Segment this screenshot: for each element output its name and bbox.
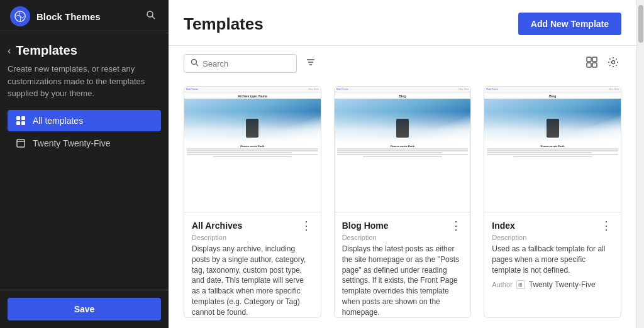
nav-item-twenty-twenty-five[interactable]: Twenty Twenty-Five [8,133,161,154]
scrollbar-thumb[interactable] [638,5,643,43]
theme-icon [15,138,26,149]
add-new-template-button[interactable]: Add New Template [518,13,621,35]
template-preview-index: Block Themes Edit ▸ Block Blog Heaven me… [484,87,621,212]
svg-rect-15 [592,57,597,62]
svg-rect-3 [16,116,20,120]
svg-rect-14 [587,57,591,62]
template-card-blog-home[interactable]: Block Themes Edit ▸ Block Blog Heaven me… [334,86,472,318]
theme-icon-index: ⊞ [516,280,525,289]
template-info-all-archives: All Archives ⋮ Description Displays any … [184,212,321,318]
toolbar [169,46,636,81]
page-title: Templates [184,14,264,34]
template-name-all-archives: All Archives [192,221,242,231]
sidebar-section-title: Templates [16,43,77,58]
nav-item-all-templates-label: All templates [33,116,83,126]
main-header: Templates Add New Template [169,0,636,46]
template-desc-blog-home: Displays the latest posts as either the … [342,244,464,318]
template-desc-label-all-archives: Description [192,234,313,241]
svg-rect-16 [587,63,591,67]
wordpress-icon [14,11,26,22]
template-info-index: Index ⋮ Description Used as a fallback t… [484,212,621,297]
search-input[interactable] [203,59,290,68]
svg-rect-7 [17,139,25,147]
svg-line-10 [196,64,199,67]
toolbar-right [584,54,621,74]
template-more-button-all-archives[interactable]: ⋮ [299,220,313,231]
main-content: Templates Add New Template [169,0,636,328]
app-logo [10,6,30,26]
template-preview-blog-home: Block Themes Edit ▸ Block Blog Heaven me… [335,87,471,212]
templates-grid: Block Themes Edit ▸ Block Archive type: … [169,81,636,328]
save-button[interactable]: Save [8,298,161,320]
template-desc-index: Used as a fallback template for all page… [492,244,613,275]
scrollbar[interactable] [636,0,644,328]
sidebar-footer: Save [0,290,169,328]
grid-icon [15,115,26,126]
svg-point-1 [147,11,153,17]
svg-line-2 [152,16,155,19]
sidebar: Block Themes ‹ Templates Create new temp… [0,0,169,328]
svg-rect-6 [21,121,25,125]
author-name-index: Twenty Twenty-Five [529,280,596,289]
svg-rect-17 [592,63,597,67]
template-info-blog-home: Blog Home ⋮ Description Displays the lat… [335,212,471,318]
author-label-index: Author [492,281,512,288]
template-more-button-blog-home[interactable]: ⋮ [449,220,463,231]
template-card-index[interactable]: Block Themes Edit ▸ Block Blog Heaven me… [484,86,621,318]
template-name-blog-home: Blog Home [342,221,389,231]
toolbar-left [184,53,319,74]
template-desc-label-blog-home: Description [342,234,464,241]
nav-item-all-templates[interactable]: All templates [8,110,161,131]
back-nav: ‹ Templates [8,43,161,58]
svg-rect-5 [16,121,20,125]
nav-item-twenty-twenty-five-label: Twenty Twenty-Five [33,138,110,148]
app-title: Block Themes [36,11,137,22]
sidebar-description: Create new templates, or reset any custo… [8,63,161,100]
search-button[interactable] [143,8,158,25]
grid-view-button[interactable] [584,54,600,74]
sidebar-nav: ‹ Templates Create new templates, or res… [0,33,169,290]
svg-point-9 [192,60,197,65]
template-name-index: Index [492,221,515,231]
back-arrow-icon[interactable]: ‹ [8,45,11,57]
template-author-row-index: Author ⊞ Twenty Twenty-Five [492,280,613,289]
sidebar-header: Block Themes [0,0,169,33]
search-icon [191,58,199,68]
filter-button[interactable] [302,53,319,74]
search-box[interactable] [184,54,297,73]
settings-button[interactable] [605,54,621,74]
template-desc-label-index: Description [492,234,613,241]
template-desc-all-archives: Displays any archive, including posts by… [192,244,313,318]
template-preview-all-archives: Block Themes Edit ▸ Block Archive type: … [184,87,321,212]
svg-rect-4 [21,116,25,120]
template-more-button-index[interactable]: ⋮ [599,220,613,231]
template-card-all-archives[interactable]: Block Themes Edit ▸ Block Archive type: … [184,86,321,318]
svg-point-18 [612,60,615,63]
